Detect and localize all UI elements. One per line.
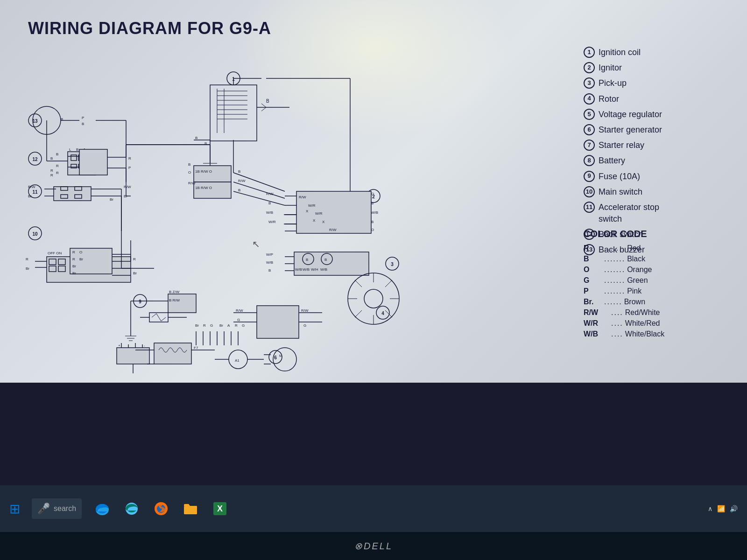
svg-text:R: R: [50, 168, 53, 173]
svg-text:R/W: R/W: [301, 308, 309, 313]
svg-text:A1: A1: [235, 358, 240, 363]
svg-rect-45: [71, 155, 77, 161]
svg-text:B: B: [204, 141, 207, 146]
svg-text:R: R: [203, 323, 206, 328]
svg-text:G: G: [303, 323, 306, 328]
svg-text:B: B: [238, 188, 240, 192]
svg-text:M: M: [279, 354, 282, 358]
svg-text:X: X: [217, 504, 223, 513]
svg-line-134: [355, 310, 362, 317]
svg-line-153: [161, 317, 166, 321]
svg-text:-: -: [144, 343, 145, 348]
svg-text:R: R: [72, 257, 75, 261]
svg-text:B: B: [371, 220, 374, 224]
svg-rect-219: [70, 248, 112, 274]
svg-text:4: 4: [381, 311, 384, 316]
svg-text:R: R: [56, 171, 59, 175]
taskbar-bottom: ⊗DELL: [0, 532, 747, 560]
color-code-panel: COLOR CODE R ....... Red B ....... Black…: [584, 229, 733, 341]
svg-text:B: B: [50, 156, 53, 161]
color-item-br: Br. ...... Brown: [584, 298, 733, 306]
svg-text:X: X: [313, 218, 316, 223]
legend-item-3: 3 Pick-up: [584, 77, 733, 89]
legend-item-7: 7 Starter relay: [584, 140, 733, 151]
svg-rect-47: [71, 164, 77, 168]
edge-icon[interactable]: [91, 497, 113, 520]
svg-text:B: B: [56, 152, 58, 156]
svg-text:W/R: W/R: [308, 203, 316, 208]
svg-text:R/W: R/W: [188, 181, 196, 185]
svg-text:Br: Br: [133, 271, 137, 275]
svg-text:Br: Br: [195, 323, 199, 328]
svg-text:B: B: [188, 162, 190, 167]
svg-text:1B R/W O: 1B R/W O: [195, 186, 212, 190]
svg-text:12: 12: [32, 157, 38, 162]
svg-text:R: R: [26, 257, 28, 261]
svg-rect-258: [184, 506, 197, 514]
svg-text:G: G: [210, 323, 213, 328]
svg-text:W/B: W/B: [371, 210, 378, 215]
legend-item-6: 6 Starter generator: [584, 124, 733, 136]
svg-text:1B R/W O: 1B R/W O: [195, 169, 212, 174]
svg-text:R: R: [56, 164, 59, 168]
svg-text:O: O: [371, 228, 374, 232]
svg-line-37: [261, 104, 266, 107]
svg-text:P: P: [82, 116, 84, 120]
svg-line-188: [233, 182, 285, 198]
legend-item-5: 5 Voltage regulator: [584, 109, 733, 120]
svg-text:W/B: W/B: [266, 210, 273, 215]
folder-icon[interactable]: [179, 497, 202, 520]
svg-text:B: B: [268, 268, 271, 273]
excel-icon[interactable]: X: [209, 497, 231, 520]
svg-rect-181: [194, 182, 231, 198]
svg-line-38: [261, 107, 266, 111]
taskbar-icons: X: [91, 497, 231, 520]
svg-text:Br: Br: [110, 197, 113, 202]
svg-line-152: [156, 314, 161, 321]
legend-item-4: 4 Rotor: [584, 93, 733, 105]
legend-item-8: 8 Battery: [584, 155, 733, 167]
tray-sound[interactable]: 🔊: [730, 505, 738, 512]
svg-text:G: G: [237, 318, 240, 322]
svg-text:W/B: W/B: [266, 260, 273, 265]
svg-text:Br: Br: [28, 194, 32, 198]
svg-text:R: R: [50, 173, 53, 177]
search-bar[interactable]: 🎤 search: [32, 498, 82, 519]
svg-text:R: R: [128, 156, 131, 161]
svg-text:10: 10: [32, 231, 38, 237]
svg-text:OFF ON: OFF ON: [48, 251, 62, 255]
legend-panel: 1 Ignition coil 2 Ignitor 3 Pick-up 4 Ro…: [584, 47, 733, 260]
svg-text:R: R: [133, 257, 136, 261]
legend-item-1: 1 Ignition coil: [584, 47, 733, 58]
svg-text:G: G: [242, 323, 245, 328]
svg-text:W/R: W/R: [315, 211, 323, 216]
svg-line-133: [385, 280, 392, 287]
legend-item-11: 11 Accelerator stopswitch: [584, 202, 733, 225]
svg-text:B R/W: B R/W: [169, 298, 180, 302]
tray-network[interactable]: 📶: [717, 505, 725, 512]
svg-line-151: [152, 314, 156, 317]
svg-text:B: B: [371, 201, 374, 205]
color-item-p: P ....... Pink: [584, 287, 733, 295]
svg-text:Br: Br: [26, 266, 29, 271]
svg-text:B: B: [324, 258, 327, 262]
edge-legacy-icon[interactable]: [120, 497, 143, 520]
taskbar-top: ⊞ 🎤 search: [0, 485, 747, 532]
tray-expand[interactable]: ∧: [708, 505, 712, 512]
svg-text:B: B: [76, 147, 78, 152]
firefox-icon[interactable]: [150, 497, 172, 520]
svg-text:Br: Br: [72, 264, 76, 268]
svg-text:11: 11: [32, 189, 38, 195]
search-text: search: [54, 504, 76, 513]
windows-icon[interactable]: ⊞: [9, 501, 20, 517]
svg-text:9: 9: [139, 299, 141, 304]
wiring-diagram: .lbl { font-size: 10px; font-family: Ari…: [9, 47, 467, 373]
svg-text:F7: F7: [194, 346, 198, 350]
svg-text:B: B: [195, 136, 197, 140]
system-tray: ∧ 📶 🔊: [708, 505, 738, 512]
main-screen: WIRING DIAGRAM FOR G9-A .lbl { font-size…: [0, 0, 747, 383]
svg-text:B: B: [306, 258, 308, 262]
svg-line-189: [233, 191, 285, 205]
svg-text:R/W: R/W: [299, 195, 306, 199]
svg-text:B: B: [266, 98, 269, 104]
